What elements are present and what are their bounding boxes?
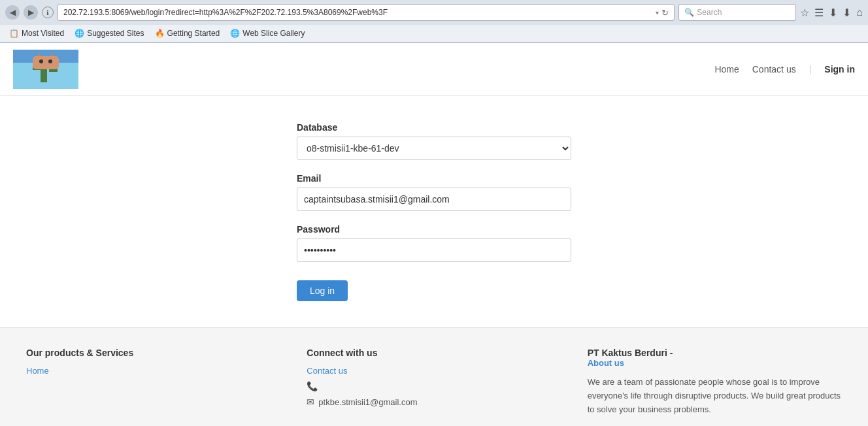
footer-col-about: PT Kaktus Berduri - About us We are a te… bbox=[588, 348, 842, 426]
footer-columns: Our products & Services Home Connect wit… bbox=[26, 348, 842, 426]
footer-email: ✉ ptkbe.stmisii1@gmail.com bbox=[307, 397, 561, 407]
login-button[interactable]: Log in bbox=[297, 280, 348, 301]
url-bar[interactable]: 202.72.193.5:8069/web/login?redirect=htt… bbox=[58, 4, 675, 21]
bookmark-label-getting-started: Getting Started bbox=[167, 29, 220, 38]
download-icon[interactable]: ⬇ bbox=[843, 7, 851, 19]
footer-col2-contact-link[interactable]: Contact us bbox=[307, 366, 561, 376]
footer-col2-title: Connect with us bbox=[307, 348, 561, 358]
email-group: Email bbox=[297, 173, 571, 211]
nav-home-link[interactable]: Home bbox=[714, 64, 739, 74]
password-label: Password bbox=[297, 224, 571, 235]
main-content: Database o8-stmisii1-kbe-61-dev Email Pa… bbox=[0, 96, 868, 327]
email-label: Email bbox=[297, 173, 571, 184]
bookmark-label-suggested: Suggested Sites bbox=[87, 29, 144, 38]
footer-desc2: Our products are designed for small to m… bbox=[588, 423, 842, 426]
nav-contact-link[interactable]: Contact us bbox=[752, 64, 796, 74]
database-group: Database o8-stmisii1-kbe-61-dev bbox=[297, 122, 571, 160]
bookmark-icon-suggested: 🌐 bbox=[75, 29, 84, 38]
footer-col-connect: Connect with us Contact us 📞 ✉ ptkbe.stm… bbox=[307, 348, 561, 426]
footer-desc1: We are a team of passionate people whose… bbox=[588, 376, 842, 416]
back-button[interactable]: ◀ bbox=[5, 5, 20, 20]
footer-email-text: ptkbe.stmisii1@gmail.com bbox=[318, 397, 417, 407]
browser-chrome: ◀ ▶ ℹ 202.72.193.5:8069/web/login?redire… bbox=[0, 0, 868, 43]
bookmark-suggested-sites[interactable]: 🌐 Suggested Sites bbox=[71, 27, 148, 39]
password-input[interactable] bbox=[297, 238, 571, 262]
bookmark-label-most-visited: Most Visited bbox=[22, 29, 64, 38]
pocket-icon[interactable]: ⬇ bbox=[829, 7, 837, 19]
header-nav: Home Contact us | Sign in bbox=[714, 64, 855, 74]
site-header: Home Contact us | Sign in bbox=[0, 43, 868, 96]
reload-button[interactable]: ↻ bbox=[661, 8, 669, 18]
bookmark-icon-most-visited: 📋 bbox=[9, 29, 19, 38]
bookmark-web-slice[interactable]: 🌐 Web Slice Gallery bbox=[226, 27, 309, 39]
footer-phone: 📞 bbox=[307, 381, 561, 391]
footer-col1-title: Our products & Services bbox=[26, 348, 280, 358]
bookmark-icon-web-slice: 🌐 bbox=[230, 29, 240, 38]
search-icon: 🔍 bbox=[684, 8, 694, 17]
browser-toolbar: ◀ ▶ ℹ 202.72.193.5:8069/web/login?redire… bbox=[0, 0, 868, 25]
phone-icon: 📞 bbox=[307, 381, 318, 391]
url-text: 202.72.193.5:8069/web/login?redirect=htt… bbox=[63, 8, 653, 17]
svg-point-10 bbox=[39, 59, 43, 63]
bookmark-most-visited[interactable]: 📋 Most Visited bbox=[5, 27, 68, 39]
page-content: Home Contact us | Sign in Database o8-st… bbox=[0, 43, 868, 426]
info-icon[interactable]: ℹ bbox=[42, 7, 54, 18]
database-select[interactable]: o8-stmisii1-kbe-61-dev bbox=[297, 137, 571, 160]
search-bar[interactable]: 🔍 Search bbox=[678, 4, 796, 21]
footer-col3-header: PT Kaktus Berduri - About us bbox=[588, 348, 842, 368]
forward-button[interactable]: ▶ bbox=[24, 5, 38, 20]
email-icon: ✉ bbox=[307, 397, 314, 407]
site-footer: Our products & Services Home Connect wit… bbox=[0, 327, 868, 426]
nav-signin-link[interactable]: Sign in bbox=[824, 64, 855, 74]
search-placeholder: Search bbox=[697, 8, 722, 17]
footer-about-link[interactable]: About us bbox=[588, 358, 842, 368]
nav-divider: | bbox=[809, 64, 812, 74]
footer-company-name: PT Kaktus Berduri bbox=[588, 348, 667, 358]
email-input[interactable] bbox=[297, 188, 571, 211]
footer-col-products: Our products & Services Home bbox=[26, 348, 280, 426]
bookmark-icon-getting-started: 🔥 bbox=[155, 29, 165, 38]
bookmarks-bar: 📋 Most Visited 🌐 Suggested Sites 🔥 Getti… bbox=[0, 25, 868, 42]
reader-icon[interactable]: ☰ bbox=[814, 7, 824, 19]
login-form: Database o8-stmisii1-kbe-61-dev Email Pa… bbox=[297, 122, 571, 301]
site-logo bbox=[13, 50, 78, 89]
browser-icons: ☆ ☰ ⬇ ⬇ ⌂ bbox=[800, 7, 863, 19]
database-label: Database bbox=[297, 122, 571, 133]
bookmark-label-web-slice: Web Slice Gallery bbox=[242, 29, 305, 38]
svg-point-11 bbox=[48, 59, 52, 63]
bookmark-getting-started[interactable]: 🔥 Getting Started bbox=[151, 27, 224, 39]
footer-col1-link-home[interactable]: Home bbox=[26, 366, 280, 376]
url-dropdown-icon[interactable]: ▾ bbox=[656, 9, 659, 16]
svg-rect-9 bbox=[33, 56, 59, 69]
star-icon[interactable]: ☆ bbox=[800, 7, 809, 19]
password-group: Password bbox=[297, 224, 571, 262]
home-icon[interactable]: ⌂ bbox=[856, 7, 863, 18]
